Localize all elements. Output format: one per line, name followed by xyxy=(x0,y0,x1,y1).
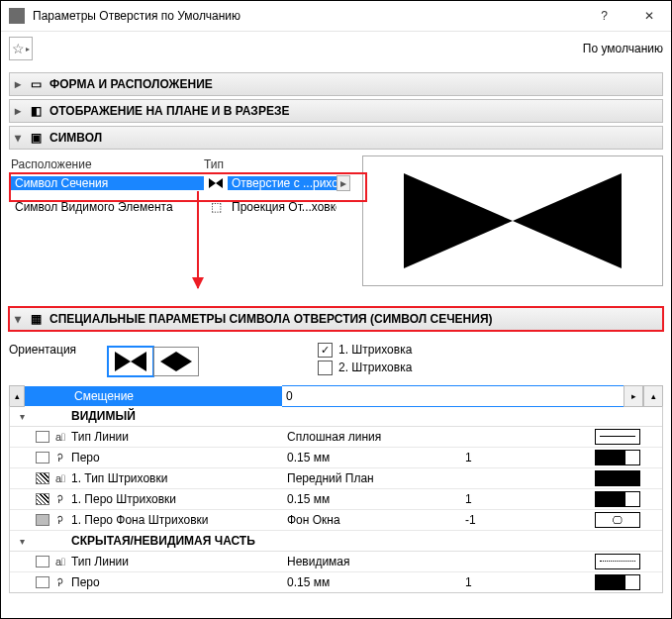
default-label: По умолчанию xyxy=(583,42,663,55)
swatch[interactable] xyxy=(595,574,640,590)
col-location: Расположение xyxy=(11,157,204,171)
projection-icon: ⬚ xyxy=(204,200,228,214)
section-shape[interactable]: ▸ ▭ ФОРМА И РАСПОЛОЖЕНИЕ xyxy=(9,72,663,96)
offset-label: Смещение xyxy=(25,386,282,406)
close-button[interactable]: ✕ xyxy=(626,1,671,31)
swatch[interactable]: 🖵 xyxy=(595,512,640,528)
chevron-right-icon: ▸ xyxy=(10,77,26,91)
swatch[interactable] xyxy=(595,491,640,507)
params-table: ▾ ВИДИМЫЙ aͬ Тип Линии Сплошная линия Ꭾ … xyxy=(9,406,663,593)
link-icon: aͬ xyxy=(55,431,65,443)
offset-row: ▴ Смещение 0 ▸ ▴ xyxy=(9,386,663,406)
offset-value[interactable]: 0 xyxy=(282,385,624,407)
help-button[interactable]: ? xyxy=(582,1,626,31)
linetype-icon xyxy=(36,431,49,443)
orientation-group: Ориентация ✓ 1. Штриховка 2. Штриховка xyxy=(9,341,663,376)
hourglass-icon xyxy=(204,178,228,188)
swatch[interactable] xyxy=(595,450,640,465)
pen-box-icon xyxy=(36,576,49,588)
param-row[interactable]: aͬ 1. Тип Штриховки Передний План xyxy=(10,468,662,489)
collapse-button[interactable]: ▴ xyxy=(9,385,25,407)
group-visible[interactable]: ▾ ВИДИМЫЙ xyxy=(10,406,662,427)
param-row[interactable]: Ꭾ Перо 0.15 мм 1 xyxy=(10,448,662,468)
section-special[interactable]: ▾ ▦ СПЕЦИАЛЬНЫЕ ПАРАМЕТРЫ СИМВОЛА ОТВЕРС… xyxy=(9,307,663,331)
special-icon: ▦ xyxy=(26,312,46,326)
chevron-down-icon: ▾ xyxy=(10,536,34,547)
chevron-right-icon: ▸ xyxy=(10,104,26,118)
symbol-body: Расположение Тип Символ Сечения Отверсти… xyxy=(9,155,663,286)
display-icon: ◧ xyxy=(26,104,46,118)
pen-box-icon xyxy=(36,452,49,464)
dropdown-arrow-icon[interactable]: ▸ xyxy=(336,175,350,191)
check-hatch-1[interactable]: ✓ 1. Штриховка xyxy=(318,341,412,359)
chevron-down-icon: ▾ xyxy=(10,131,26,145)
swatch[interactable] xyxy=(595,554,640,569)
pen-icon: Ꭾ xyxy=(57,452,63,464)
col-type: Тип xyxy=(204,157,352,171)
param-row[interactable]: Ꭾ 1. Перо Штриховки 0.15 мм 1 xyxy=(10,489,662,510)
symbol-row-section[interactable]: Символ Сечения Отверстие с ...риховкой 2… xyxy=(11,171,352,195)
pen-icon: Ꭾ xyxy=(57,514,63,527)
panel-area: ▸ ▭ ФОРМА И РАСПОЛОЖЕНИЕ ▸ ◧ ОТОБРАЖЕНИЕ… xyxy=(1,65,671,618)
group-hidden[interactable]: ▾ СКРЫТАЯ/НЕВИДИМАЯ ЧАСТЬ xyxy=(10,531,662,552)
pen-icon: Ꭾ xyxy=(57,576,63,589)
symbol-grid: Расположение Тип Символ Сечения Отверсти… xyxy=(9,155,354,221)
swatch[interactable] xyxy=(595,429,640,445)
orientation-option-1[interactable] xyxy=(108,347,153,376)
hatch-checks: ✓ 1. Штриховка 2. Штриховка xyxy=(318,341,412,376)
section-symbol[interactable]: ▾ ▣ СИМВОЛ xyxy=(9,126,663,150)
orientation-label: Ориентация xyxy=(9,341,108,357)
scroll-up[interactable]: ▴ xyxy=(643,385,663,407)
pen-icon: Ꭾ xyxy=(57,493,63,506)
param-row[interactable]: aͬ Тип Линии Сплошная линия xyxy=(10,427,662,448)
param-row[interactable]: Ꭾ Перо 0.15 мм 1 xyxy=(10,572,662,592)
symbol-row-visible[interactable]: Символ Видимого Элемента ⬚ Проекция От..… xyxy=(11,195,352,219)
fill-icon xyxy=(36,514,49,526)
swatch[interactable] xyxy=(595,470,640,486)
toolbar: ☆▸ По умолчанию xyxy=(1,32,671,65)
hatch-icon xyxy=(36,472,49,484)
dialog-window: Параметры Отверстия по Умолчанию ? ✕ ☆▸ … xyxy=(0,0,672,619)
checkbox-icon xyxy=(318,361,333,375)
app-icon xyxy=(9,8,25,24)
favorites-button[interactable]: ☆▸ xyxy=(9,37,33,60)
chevron-down-icon: ▾ xyxy=(10,312,26,326)
symbol-preview xyxy=(362,155,663,286)
check-hatch-2[interactable]: 2. Штриховка xyxy=(318,359,412,376)
chevron-down-icon: ▾ xyxy=(10,411,34,422)
offset-stepper[interactable]: ▸ xyxy=(624,385,643,407)
shape-icon: ▭ xyxy=(26,77,46,91)
checkbox-icon: ✓ xyxy=(318,343,333,358)
param-row[interactable]: aͬ Тип Линии Невидимая xyxy=(10,552,662,572)
hatch-icon xyxy=(36,493,49,505)
titlebar: Параметры Отверстия по Умолчанию ? ✕ xyxy=(1,1,671,32)
orientation-option-2[interactable] xyxy=(153,347,199,376)
link-icon: aͬ xyxy=(55,472,65,484)
section-display[interactable]: ▸ ◧ ОТОБРАЖЕНИЕ НА ПЛАНЕ И В РАЗРЕЗЕ xyxy=(9,99,663,123)
symbol-icon: ▣ xyxy=(26,131,46,145)
linetype-icon xyxy=(36,556,49,567)
window-title: Параметры Отверстия по Умолчанию xyxy=(33,9,582,23)
link-icon: aͬ xyxy=(55,556,65,567)
param-row[interactable]: Ꭾ 1. Перо Фона Штриховки Фон Окна -1 🖵 xyxy=(10,510,662,531)
